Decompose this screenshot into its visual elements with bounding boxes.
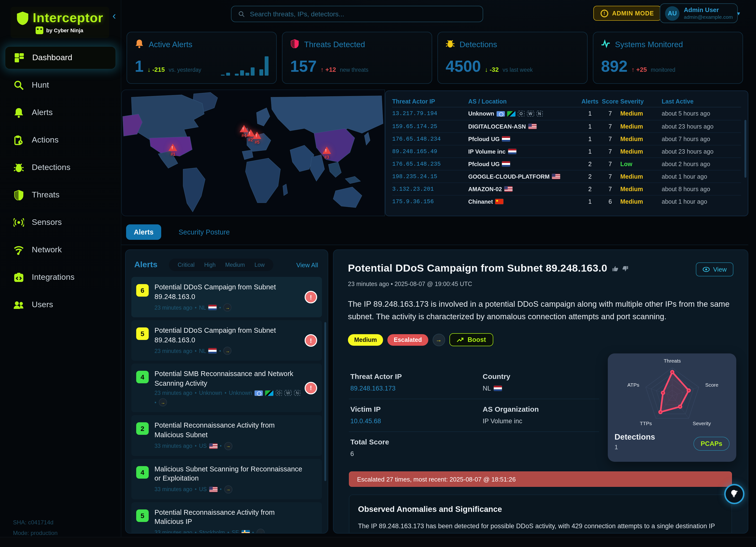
as-location-cell: AMAZON-02 bbox=[468, 186, 580, 192]
sidebar-item-hunt[interactable]: Hunt bbox=[5, 74, 116, 97]
build-sha: SHA: c041714d bbox=[13, 517, 58, 528]
alerts-scrollbar[interactable] bbox=[324, 322, 326, 481]
flag-nl-icon bbox=[502, 161, 510, 167]
filter-medium[interactable]: Medium bbox=[221, 261, 249, 269]
stat-value: 1 bbox=[135, 57, 144, 76]
alert-item-meta: 33 minutes ago•US•→ bbox=[154, 485, 305, 493]
map-marker-1[interactable]: #1 bbox=[169, 144, 177, 157]
table-row[interactable]: 13.217.79.194UnknownOWN17Mediumabout 5 h… bbox=[392, 107, 741, 120]
alert-item-body: Potential SMB Reconnaissance and Network… bbox=[154, 370, 317, 407]
thumbs-up-icon[interactable] bbox=[612, 265, 619, 272]
sidebar-item-detections[interactable]: Detections bbox=[5, 156, 116, 179]
flag-us-icon bbox=[552, 174, 560, 179]
sidebar-item-actions[interactable]: Actions bbox=[5, 128, 116, 152]
user-menu[interactable]: AU Admin User admin@example.com ▾ bbox=[660, 3, 738, 23]
escalated-arrow-icon[interactable]: → bbox=[224, 485, 232, 493]
boost-button[interactable]: Boost bbox=[449, 333, 493, 346]
flag-nl-icon bbox=[209, 348, 217, 354]
map-marker-5[interactable]: #5 bbox=[253, 132, 261, 145]
escalated-arrow-icon[interactable]: → bbox=[224, 304, 232, 312]
alert-list-item[interactable]: 5Potential DDoS Campaign from Subnet 89.… bbox=[131, 320, 322, 361]
table-row[interactable]: 176.65.148.235Pfcloud UG27Lowabout 2 hou… bbox=[392, 157, 741, 170]
avatar: AU bbox=[665, 6, 679, 20]
sidebar-collapse-chevron-icon[interactable]: ‹ bbox=[112, 11, 116, 21]
meta-dot: • bbox=[224, 390, 226, 396]
field-value[interactable]: 89.248.163.173 bbox=[350, 385, 481, 392]
alert-list-item[interactable]: 4Malicious Subnet Scanning for Reconnais… bbox=[131, 459, 322, 499]
admin-mode-badge[interactable]: ! ADMIN MODE bbox=[593, 6, 661, 21]
assistant-lightbulb-button[interactable] bbox=[724, 484, 744, 504]
escalated-arrow-icon[interactable]: → bbox=[224, 442, 232, 450]
threat-ip-link[interactable]: 176.65.148.234 bbox=[392, 135, 468, 142]
map-marker-4[interactable]: #4 bbox=[240, 125, 248, 138]
alerts-count-cell: 2 bbox=[580, 173, 600, 180]
score-cell: 7 bbox=[600, 110, 620, 117]
field-value[interactable]: 10.0.45.68 bbox=[350, 418, 481, 425]
table-row[interactable]: 175.9.36.156Chinanet16Mediumabout 1 hour… bbox=[392, 195, 741, 207]
last-active-cell: about 8 hours ago bbox=[657, 186, 741, 192]
view-all-link[interactable]: View All bbox=[296, 261, 320, 268]
table-row[interactable]: 176.65.148.234Pfcloud UG17Mediumabout 7 … bbox=[392, 132, 741, 145]
tofu-glyph: N bbox=[294, 390, 301, 396]
threat-ip-link[interactable]: 89.248.165.49 bbox=[392, 148, 468, 155]
thumbs-down-icon[interactable] bbox=[622, 265, 628, 272]
sidebar-item-integrations[interactable]: Integrations bbox=[5, 266, 116, 289]
table-row[interactable]: 159.65.174.25DIGITALOCEAN-ASN17Mediumabo… bbox=[392, 120, 741, 132]
escalated-arrow-icon[interactable]: → bbox=[256, 529, 265, 534]
stat-value: 157 bbox=[290, 57, 317, 76]
table-row[interactable]: 198.235.24.15GOOGLE-CLOUD-PLATFORM27Medi… bbox=[392, 170, 741, 182]
flag-un-icon bbox=[497, 111, 505, 116]
table-row[interactable]: 89.248.165.49IP Volume inc17Mediumabout … bbox=[392, 145, 741, 157]
score-cell: 7 bbox=[600, 148, 620, 155]
sidebar-item-network[interactable]: Network bbox=[5, 238, 116, 261]
as-name: IP Volume inc bbox=[468, 148, 506, 155]
sidebar-item-users[interactable]: Users bbox=[5, 293, 116, 316]
alert-list-item[interactable]: 5Potential Reconnaissance Activity from … bbox=[131, 502, 322, 534]
alert-list-item[interactable]: 6Potential DDoS Campaign from Subnet 89.… bbox=[131, 277, 322, 317]
tab-alerts[interactable]: Alerts bbox=[126, 224, 161, 240]
threat-ip-link[interactable]: 13.217.79.194 bbox=[392, 110, 468, 117]
tab-security-posture[interactable]: Security Posture bbox=[171, 224, 237, 240]
footer-strip bbox=[0, 537, 756, 547]
escalated-arrow-icon[interactable]: → bbox=[224, 347, 232, 355]
boost-label: Boost bbox=[468, 336, 486, 343]
escalate-arrow-button[interactable]: → bbox=[432, 334, 445, 346]
flag-us-icon bbox=[528, 124, 537, 129]
escalation-banner: Escalated 27 times, most recent: 2025-08… bbox=[349, 471, 732, 487]
threat-ip-link[interactable]: 176.65.148.235 bbox=[392, 160, 468, 167]
sidebar-item-dashboard[interactable]: Dashboard bbox=[5, 46, 116, 69]
filter-critical[interactable]: Critical bbox=[174, 261, 198, 269]
meta-text: 33 minutes ago bbox=[154, 443, 192, 449]
map-marker-3[interactable]: #3 bbox=[322, 146, 331, 159]
view-button[interactable]: View bbox=[696, 262, 733, 277]
severity-cell: Medium bbox=[620, 198, 657, 205]
alerts-count-cell: 1 bbox=[580, 198, 600, 205]
search-bar[interactable] bbox=[231, 6, 483, 22]
escalated-arrow-icon[interactable]: → bbox=[159, 399, 167, 407]
table-row[interactable]: 3.132.23.201AMAZON-0227Mediumabout 8 hou… bbox=[392, 182, 741, 195]
meta-text: 23 minutes ago bbox=[154, 390, 192, 396]
threat-ip-link[interactable]: 175.9.36.156 bbox=[392, 198, 468, 205]
sidebar-item-sensors[interactable]: Sensors bbox=[5, 211, 116, 234]
filter-low[interactable]: Low bbox=[251, 261, 269, 269]
sidebar-item-threats[interactable]: Threats bbox=[5, 183, 116, 206]
table-scrollbar[interactable] bbox=[744, 120, 746, 178]
threat-ip-link[interactable]: 198.235.24.15 bbox=[392, 173, 468, 180]
field-label: Total Score bbox=[350, 438, 481, 446]
threat-ip-link[interactable]: 3.132.23.201 bbox=[392, 186, 468, 192]
field-row: Threat Actor IP89.248.163.173CountryNL bbox=[349, 367, 599, 399]
flag-us-icon bbox=[209, 487, 217, 492]
alert-list-item[interactable]: 2Potential Reconnaissance Activity from … bbox=[131, 415, 322, 456]
pcaps-button[interactable]: PCAPs bbox=[693, 437, 730, 451]
warning-triangle-icon bbox=[253, 132, 261, 139]
filter-high[interactable]: High bbox=[200, 261, 219, 269]
observed-title: Observed Anomalies and Significance bbox=[358, 505, 723, 514]
alert-list-item[interactable]: 4Potential SMB Reconnaissance and Networ… bbox=[131, 364, 322, 412]
sidebar-item-label: Alerts bbox=[32, 108, 53, 117]
meta-dot: • bbox=[227, 530, 229, 534]
shield-icon bbox=[290, 39, 299, 50]
search-input[interactable] bbox=[250, 10, 476, 18]
threat-ip-link[interactable]: 159.65.174.25 bbox=[392, 123, 468, 130]
as-location-cell: Pfcloud UG bbox=[468, 160, 580, 167]
sidebar-item-alerts[interactable]: Alerts bbox=[5, 101, 116, 124]
